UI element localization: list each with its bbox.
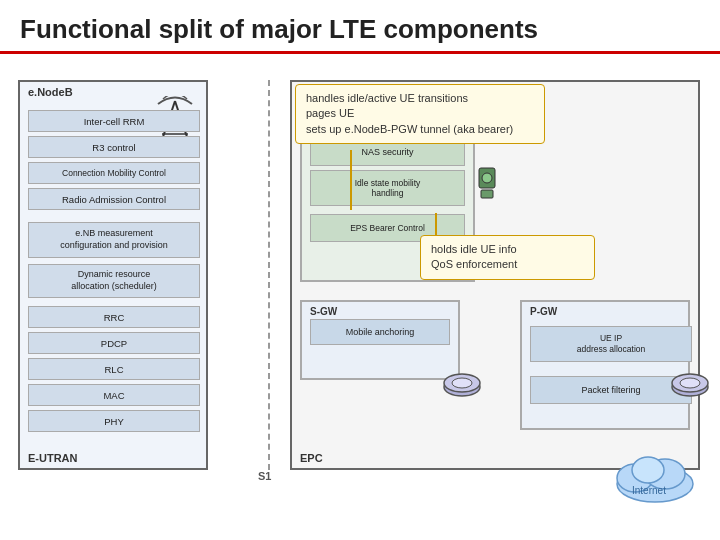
svg-rect-5	[481, 190, 493, 198]
svg-point-16	[632, 457, 664, 483]
sgw-row-mobile: Mobile anchoring	[310, 319, 450, 345]
slide: Functional split of major LTE components…	[0, 0, 720, 540]
sgw-box: S-GW Mobile anchoring	[300, 300, 460, 380]
mme-holds-callout: holds idle UE infoQoS enforcement	[420, 235, 595, 280]
sgw-label: S-GW	[302, 302, 458, 319]
mme-callout-text: handles idle/active UE transitionspages …	[306, 92, 513, 135]
slide-title: Functional split of major LTE components	[0, 0, 720, 54]
enb-row-mac: MAC	[28, 384, 200, 406]
pgw-box: P-GW UE IPaddress allocation Packet filt…	[520, 300, 690, 430]
enb-row-connection: Connection Mobility Control	[28, 162, 200, 184]
mme-holds-text: holds idle UE infoQoS enforcement	[431, 243, 517, 270]
enodeb-label: e.NodeB	[28, 86, 73, 98]
enb-row-radio: Radio Admission Control	[28, 188, 200, 210]
svg-point-6	[482, 173, 492, 183]
eutran-footer-label: E-UTRAN	[28, 452, 78, 464]
s1-dashed-line	[268, 80, 270, 470]
callout-arrow-mme	[350, 150, 352, 210]
enb-dynamic-row: Dynamic resourceallocation (scheduler)	[28, 264, 200, 298]
enb-row-r3: R3 control	[28, 136, 200, 158]
content-area: e.NodeB Inter-cell RRM R3 control Connec…	[0, 60, 720, 540]
epc-footer-label: EPC	[300, 452, 323, 464]
mme-device-icon	[473, 164, 501, 208]
mme-row-idle: Idle state mobilityhandling	[310, 170, 465, 206]
enb-measurement-text: e.NB measurementconfiguration and provis…	[60, 228, 168, 251]
svg-point-9	[452, 378, 472, 388]
pgw-label: P-GW	[530, 306, 557, 317]
callout-arrow-holds	[435, 213, 437, 235]
sgw-router-icon	[440, 367, 484, 409]
enb-row-rlc: RLC	[28, 358, 200, 380]
pgw-row-ue-ip: UE IPaddress allocation	[530, 326, 692, 362]
enb-row-rrc: RRC	[28, 306, 200, 328]
enb-row-pdcp: PDCP	[28, 332, 200, 354]
enb-measurement-row: e.NB measurementconfiguration and provis…	[28, 222, 200, 258]
svg-point-12	[680, 378, 700, 388]
eutran-box: e.NodeB Inter-cell RRM R3 control Connec…	[18, 80, 208, 470]
mme-callout: handles idle/active UE transitionspages …	[295, 84, 545, 144]
enb-dynamic-text: Dynamic resourceallocation (scheduler)	[71, 269, 157, 292]
pgw-router-icon	[668, 367, 712, 409]
enb-row-inter-cell: Inter-cell RRM	[28, 110, 200, 132]
internet-cloud: Internet	[610, 446, 700, 510]
s1-label: S1	[258, 470, 271, 482]
enb-row-phy: PHY	[28, 410, 200, 432]
svg-text:Internet: Internet	[632, 485, 666, 496]
